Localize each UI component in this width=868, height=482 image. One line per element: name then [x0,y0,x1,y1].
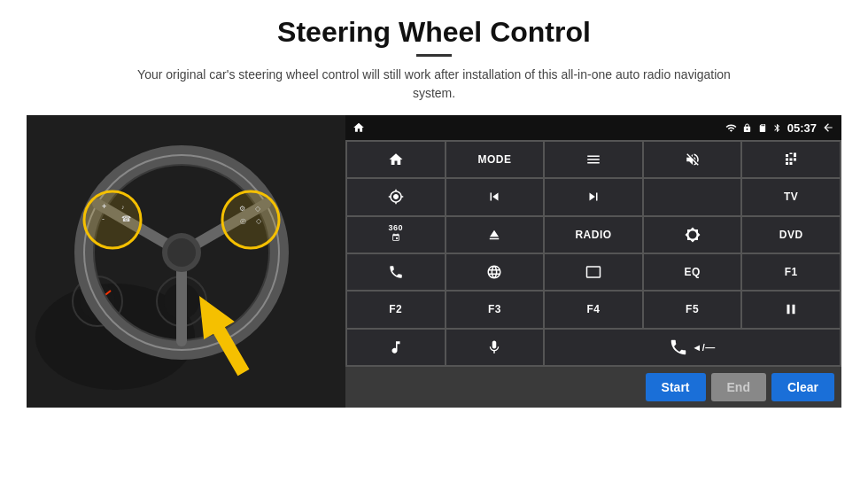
screen-btn[interactable] [545,254,642,290]
lock-icon [742,123,752,133]
phone-btn[interactable] [347,254,445,290]
settings-btn-icon [388,189,404,205]
f4-btn[interactable]: F4 [545,292,642,327]
svg-text:+: + [102,202,106,211]
music-btn-icon [388,339,404,355]
radio-btn[interactable]: RADIO [545,217,642,253]
mode-btn[interactable]: MODE [446,142,544,177]
status-time: 05:37 [787,121,817,135]
home-btn[interactable] [347,142,445,177]
svg-point-14 [167,238,196,267]
eject-btn[interactable] [446,217,544,253]
apps-btn-icon [783,152,799,167]
360cam-btn[interactable]: 360 [347,217,445,253]
globe-btn[interactable] [446,254,544,290]
svg-text:♪: ♪ [121,204,125,210]
svg-point-15 [84,191,141,248]
screen-btn-icon [585,264,601,280]
brightness-btn[interactable] [644,217,741,253]
svg-point-20 [222,191,279,248]
media-btn[interactable]: TV [742,179,840,214]
page-subtitle: Your original car's steering wheel contr… [124,66,744,103]
back-icon [822,121,834,134]
prev-btn[interactable] [446,179,544,214]
music-btn[interactable] [347,330,445,365]
callend-btn-icon [669,338,688,357]
svg-text:◎: ◎ [240,217,246,225]
list-btn[interactable] [545,142,642,177]
android-panel: 05:37 MODE [345,115,841,408]
mic-btn-icon [486,339,502,355]
sdcard-icon [757,123,767,133]
brightness-btn-icon [685,227,701,243]
status-bar: 05:37 [345,115,841,140]
eject-btn-icon [486,227,502,243]
mute-btn[interactable] [644,142,741,177]
svg-text:-: - [102,214,105,223]
clear-button[interactable]: Clear [771,373,834,401]
start-button[interactable]: Start [646,373,706,401]
playpause-btn-icon [783,301,799,317]
home-status-icon [353,121,365,134]
end-button[interactable]: End [711,373,766,401]
phone-btn-icon [388,264,404,280]
status-bar-left [353,121,365,134]
f2-btn[interactable]: F2 [347,292,445,327]
apps-btn[interactable] [742,142,840,177]
f5-btn[interactable]: F5 [644,292,741,327]
svg-text:⚙: ⚙ [239,205,245,213]
mute-btn-icon [685,152,701,167]
globe-btn-icon [486,264,502,280]
mic-btn[interactable] [446,330,544,365]
callend-label: ◄/— [692,342,715,353]
dvd-btn[interactable]: DVD [742,217,840,253]
f3-btn[interactable]: F3 [446,292,544,327]
content-row: + ♪ - ☎ ⚙ ◇ ◎ ◇ [27,115,841,408]
prev-btn-icon [486,189,502,205]
wifi-icon [725,122,737,134]
list-btn-icon [585,152,601,167]
bluetooth-icon [772,122,782,134]
next-btn-icon [585,189,601,205]
bottom-bar: Start End Clear [345,367,841,408]
home-btn-icon [388,152,404,167]
f1-btn[interactable]: F1 [742,254,840,290]
steering-wheel-image: + ♪ - ☎ ⚙ ◇ ◎ ◇ [27,115,345,408]
title-divider [416,54,452,57]
callend-btn[interactable]: ◄/— [545,330,840,365]
svg-text:◇: ◇ [255,205,261,213]
page-title: Steering Wheel Control [277,16,591,49]
steering-svg: + ♪ - ☎ ⚙ ◇ ◎ ◇ [27,115,345,408]
360cam-label: 360 [389,224,404,245]
svg-text:☎: ☎ [121,214,131,223]
svg-text:◇: ◇ [256,217,262,225]
button-grid: MODE [345,140,841,367]
page-container: Steering Wheel Control Your original car… [0,0,868,482]
tv-btn[interactable] [644,179,741,214]
playpause-btn[interactable] [742,292,840,327]
next-btn[interactable] [545,179,642,214]
settings-btn[interactable] [347,179,445,214]
status-bar-right: 05:37 [725,121,834,135]
eq-btn[interactable]: EQ [644,254,741,290]
